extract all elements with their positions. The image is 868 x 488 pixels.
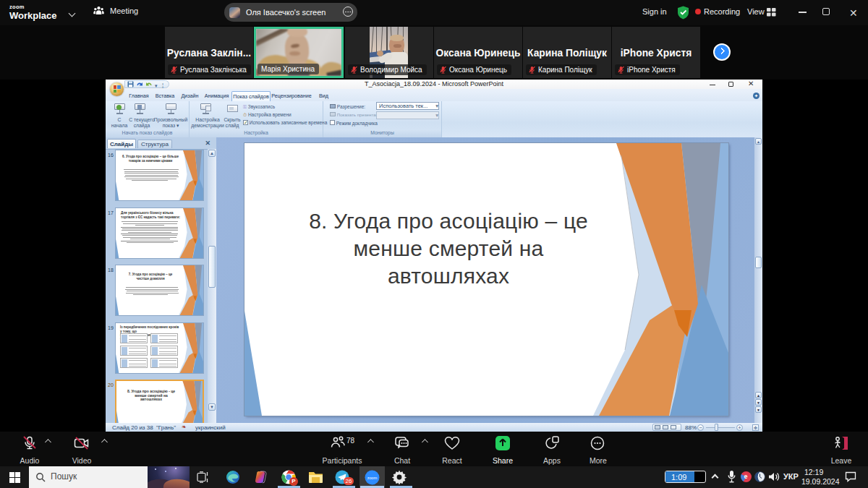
svg-text:78: 78 <box>346 437 355 445</box>
svg-text:zoom: zoom <box>367 476 378 480</box>
